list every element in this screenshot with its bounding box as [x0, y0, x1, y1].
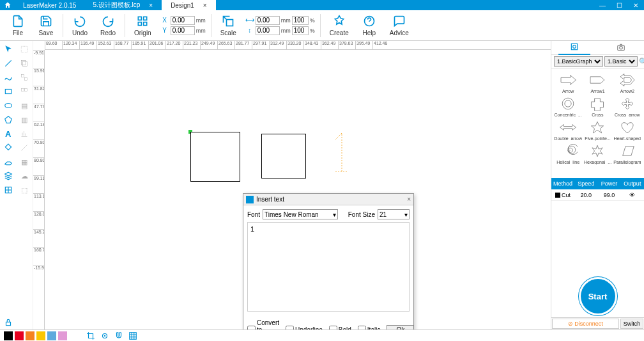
origin-button[interactable]: Origin [128, 13, 158, 38]
fill-tool[interactable] [0, 141, 17, 155]
chart-tool[interactable] [17, 127, 33, 141]
camera-tab[interactable] [605, 42, 637, 54]
measure-tool[interactable] [17, 141, 33, 155]
save-button[interactable]: Save [32, 13, 60, 38]
shape-item[interactable]: Arrow1 [583, 71, 611, 93]
select-tool[interactable] [0, 42, 17, 56]
color-swatch[interactable] [47, 331, 56, 340]
shape-icon [586, 71, 609, 89]
focus-icon[interactable] [99, 330, 111, 342]
transform-tool[interactable]: ⬚ [17, 183, 33, 197]
dialog-titlebar[interactable]: Insert text × [243, 194, 413, 205]
create-button[interactable]: Create [323, 13, 355, 38]
shape-item[interactable]: Concentric_... [554, 95, 582, 117]
maximize-button[interactable]: ☐ [611, 0, 627, 10]
color-swatch[interactable] [36, 331, 45, 340]
shape-text-1[interactable] [329, 127, 355, 186]
eye-icon[interactable]: 👁 [629, 192, 635, 198]
disconnect-button[interactable]: ⊘Disconnect [552, 319, 619, 329]
help-button[interactable]: Help [355, 13, 383, 38]
shape-rectangle-2[interactable] [261, 134, 306, 178]
dialog-close-button[interactable]: × [407, 196, 411, 203]
width-pct-input[interactable] [292, 16, 309, 25]
home-icon[interactable] [0, 0, 15, 10]
shape-item[interactable]: Hexagonal_... [583, 142, 611, 164]
eraser-tool[interactable] [0, 155, 17, 169]
settings-row[interactable]: Cut 20.0 99.0 👁 [551, 189, 644, 201]
font-select[interactable]: Times New Roman▾ [263, 209, 338, 219]
line-tool[interactable] [0, 56, 17, 70]
distribute-tool[interactable]: ▥ [17, 113, 33, 127]
align-tool[interactable]: ▤ [17, 99, 33, 113]
marquee-tool[interactable] [17, 42, 33, 56]
shape-item[interactable]: Cross_arrow [613, 95, 641, 117]
polygon-tool[interactable] [0, 113, 17, 127]
shape-item[interactable]: Arrow [554, 71, 582, 93]
shape-item[interactable]: Heart-shaped [613, 118, 641, 141]
color-swatch[interactable] [4, 331, 13, 340]
copy-tool[interactable] [17, 56, 33, 70]
height-input[interactable] [256, 26, 280, 35]
close-icon[interactable]: × [149, 2, 153, 9]
close-button[interactable]: ✕ [627, 0, 644, 10]
shape-label: Cross_arrow [613, 113, 641, 117]
bold-checkbox[interactable]: Bold [329, 326, 351, 329]
rect-tool[interactable] [0, 84, 17, 99]
shape-rectangle-1[interactable] [190, 132, 240, 182]
category1-select[interactable]: 1.BasicGraph [554, 56, 603, 67]
magnet-icon[interactable] [113, 330, 125, 342]
color-swatch[interactable] [15, 331, 24, 340]
shape-item[interactable]: Arrow2 [613, 71, 641, 93]
ungroup-tool[interactable] [17, 84, 33, 99]
ellipse-tool[interactable] [0, 99, 17, 113]
tab-design1[interactable]: Design1 × [162, 0, 216, 10]
start-button[interactable]: Start [581, 279, 615, 313]
curve-tool[interactable] [0, 70, 17, 84]
group-tool[interactable] [17, 70, 33, 84]
category2-select[interactable]: 1.Basic [604, 56, 638, 67]
crop-icon[interactable] [85, 330, 96, 342]
underline-checkbox[interactable]: Underline [286, 326, 323, 329]
dialog-title: Insert text [256, 196, 284, 203]
redo-button[interactable]: Redo [94, 13, 122, 38]
lock-icon[interactable] [0, 315, 17, 329]
switch-button[interactable]: Switch [620, 319, 643, 329]
search-icon[interactable]: 🔍 [639, 58, 644, 66]
cloud-tool[interactable]: ☁ [17, 169, 33, 183]
col-method: Method [551, 180, 574, 187]
undo-button[interactable]: Undo [66, 13, 94, 38]
y-input[interactable] [171, 26, 195, 35]
color-swatch[interactable] [58, 331, 67, 340]
text-input[interactable] [247, 222, 410, 312]
layers-tool[interactable] [0, 169, 17, 183]
shape-item[interactable]: Helical_line [554, 142, 582, 164]
advice-icon [392, 14, 407, 28]
convert-checkbox[interactable]: Convert to Curve [247, 319, 279, 329]
close-icon[interactable]: × [203, 2, 207, 9]
tab-template[interactable]: 5.设计图模板.lcp × [84, 0, 162, 10]
font-label: Font [247, 211, 260, 218]
color-swatch[interactable] [26, 331, 34, 340]
italic-checkbox[interactable]: Italic [358, 326, 381, 329]
shape-item[interactable]: Cross [583, 95, 611, 117]
shape-icon [556, 118, 579, 136]
shape-item[interactable]: Double_arrow [554, 118, 582, 141]
shape-item[interactable]: Parallelogram [613, 142, 641, 164]
file-button[interactable]: File [4, 13, 32, 38]
canvas[interactable]: Insert text × Font Times New Roman▾ Font… [45, 50, 551, 329]
text-tool[interactable]: A [0, 127, 17, 141]
height-icon: ↕ [245, 27, 254, 34]
grid-tool[interactable]: ▦ [17, 155, 33, 169]
ok-button[interactable]: Ok [387, 325, 414, 329]
scale-button[interactable]: Scale [214, 13, 243, 38]
grid-icon[interactable] [127, 330, 139, 342]
x-input[interactable] [171, 16, 195, 25]
width-input[interactable] [256, 16, 280, 25]
font-size-select[interactable]: 21▾ [378, 209, 410, 219]
minimize-button[interactable]: — [594, 0, 611, 10]
advice-button[interactable]: Advice [383, 13, 415, 38]
height-pct-input[interactable] [292, 26, 309, 35]
array-tool[interactable] [0, 183, 17, 197]
shape-library-tab[interactable] [558, 41, 590, 55]
shape-item[interactable]: Five-pointe... [583, 118, 611, 141]
